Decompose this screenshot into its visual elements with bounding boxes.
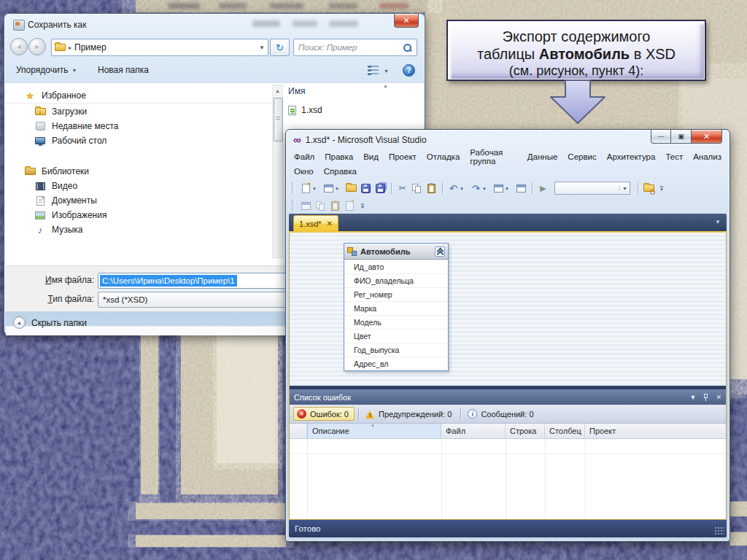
add-item-button[interactable]: ▼ — [322, 182, 335, 195]
column-header-category[interactable] — [290, 424, 307, 438]
collapse-button[interactable] — [435, 246, 445, 257]
tab-1xsd[interactable]: 1.xsd* ✕ — [293, 215, 338, 231]
menu-view[interactable]: Вид — [358, 151, 384, 163]
menu-analyze[interactable]: Анализ — [688, 151, 727, 163]
copy-button[interactable] — [411, 182, 423, 195]
entity-field[interactable]: Адрес_вл — [344, 357, 448, 370]
file-item-1xsd[interactable]: 1.xsd — [288, 105, 322, 115]
menu-help[interactable]: Справка — [319, 166, 362, 177]
sidebar-item-downloads[interactable]: ↓ Загрузки — [34, 105, 87, 118]
entity-field[interactable]: Рег_номер — [344, 287, 448, 301]
solution-configurations-combobox[interactable]: ▼ — [554, 182, 630, 195]
save-as-title-bar[interactable]: Сохранить как ✕ — [4, 14, 425, 36]
start-debug-button[interactable]: ▶ — [537, 182, 549, 195]
entity-field[interactable]: Год_выпуска — [344, 343, 448, 357]
sidebar-item-pictures[interactable]: Изображения — [34, 209, 107, 222]
close-panel-icon[interactable]: ✕ — [716, 394, 721, 401]
sidebar-item-music[interactable]: ♪ Музыка — [34, 223, 82, 236]
callout-box: Экспорт содержимого таблицы Автомобиль в… — [446, 20, 706, 81]
navigate-backward-button[interactable]: ▼ — [492, 182, 505, 195]
column-header-project[interactable]: Проект — [585, 424, 726, 438]
menu-edit[interactable]: Правка — [320, 151, 358, 163]
menu-tools[interactable]: Сервис — [562, 151, 601, 163]
tab-close-icon[interactable]: ✕ — [327, 219, 333, 228]
warnings-filter-button[interactable]: Предупреждений: 0 — [363, 408, 457, 420]
entity-field[interactable]: Цвет — [344, 329, 448, 343]
menu-data[interactable]: Данные — [522, 151, 563, 163]
address-dropdown-icon[interactable]: ▼ — [259, 44, 265, 51]
forward-button[interactable]: ► — [28, 38, 46, 55]
column-header-name[interactable]: Имя — [288, 86, 305, 96]
sidebar-item-libraries[interactable]: Библиотеки — [24, 165, 89, 178]
save-all-button[interactable] — [374, 182, 387, 195]
save-button[interactable] — [360, 182, 372, 195]
menu-test[interactable]: Тест — [660, 151, 688, 163]
breadcrumb-arrow-icon[interactable]: ▸ — [69, 44, 71, 51]
close-button[interactable]: ✕ — [394, 14, 419, 28]
back-button[interactable]: ◄ — [10, 38, 28, 55]
toolbar-overflow-icon[interactable]: ▪▪▼ — [360, 203, 365, 209]
entity-header[interactable]: Автомобиль — [344, 244, 448, 260]
maximize-button[interactable]: ▣ — [671, 130, 692, 144]
organize-button[interactable]: Упорядочить▼ — [16, 65, 77, 75]
pin-icon[interactable] — [703, 393, 709, 402]
sidebar-item-recent-places[interactable]: Недавние места — [34, 120, 118, 133]
scroll-up-icon[interactable]: ▲ — [273, 85, 282, 96]
content-model-view-button[interactable] — [314, 200, 327, 212]
toolbar-overflow-icon[interactable]: ▪▪▼ — [659, 185, 664, 191]
tab-list-dropdown-icon[interactable]: ▼ — [715, 219, 721, 225]
vs-toolbar-secondary: ▪▪▼ — [289, 198, 727, 214]
sidebar-scrollbar[interactable]: ▲ — [272, 85, 283, 258]
find-in-files-button[interactable] — [643, 182, 655, 195]
search-box[interactable]: Поиск: Пример — [293, 39, 417, 56]
entity-field[interactable]: ФИО_владельца — [344, 273, 448, 287]
window-position-dropdown-icon[interactable]: ▼ — [690, 394, 697, 401]
cut-button[interactable]: ✂ — [396, 182, 409, 195]
views-icon[interactable] — [368, 66, 379, 75]
sidebar-item-documents[interactable]: Документы — [34, 194, 97, 207]
open-file-button[interactable] — [345, 182, 357, 195]
resize-grip[interactable] — [714, 526, 724, 535]
close-button[interactable]: ✕ — [692, 130, 722, 144]
vs-title-bar[interactable]: ∞ 1.xsd* - Microsoft Visual Studio — ▣ ✕ — [289, 130, 727, 149]
delete-button[interactable] — [344, 200, 356, 212]
menu-window[interactable]: Окно — [289, 166, 319, 177]
menu-team[interactable]: Рабочая группа — [465, 147, 522, 167]
entity-field[interactable]: Модель — [344, 315, 448, 329]
redo-button[interactable]: ↷▼ — [470, 182, 482, 195]
sidebar-item-favorites[interactable]: ★ Избранное — [24, 89, 86, 102]
sidebar-item-video[interactable]: Видео — [34, 179, 77, 192]
menu-project[interactable]: Проект — [384, 151, 422, 163]
sidebar-item-desktop[interactable]: Рабочий стол — [34, 134, 107, 147]
graph-view-button[interactable] — [329, 200, 341, 212]
minimize-button[interactable]: — — [651, 130, 671, 144]
column-header-file[interactable]: Файл — [441, 424, 506, 438]
entity-field[interactable]: Ид_авто — [344, 260, 448, 273]
scrollbar-thumb[interactable] — [274, 98, 283, 141]
hide-folders-button[interactable]: ▲ Скрыть папки — [13, 316, 87, 329]
entity-field[interactable]: Марка — [344, 301, 448, 315]
column-header-description[interactable]: Описание▼ — [307, 424, 441, 438]
entity-box-avtomobil[interactable]: Автомобиль Ид_авто ФИО_владельца Рег_ном… — [344, 243, 449, 371]
toolbar-grip[interactable] — [292, 200, 295, 211]
menu-architecture[interactable]: Архитектура — [602, 151, 661, 163]
breadcrumb[interactable]: Пример — [74, 42, 107, 52]
new-folder-button[interactable]: Новая папка — [98, 65, 149, 75]
refresh-button[interactable]: ↻ — [270, 39, 290, 56]
schema-view-button[interactable] — [300, 200, 312, 212]
address-bar[interactable]: ▸ Пример ▼ — [51, 39, 268, 56]
toolbar-grip[interactable] — [292, 182, 295, 194]
column-header-column[interactable]: Столбец — [545, 424, 585, 438]
messages-filter-button[interactable]: i Сообщений: 0 — [465, 408, 538, 420]
column-header-line[interactable]: Строка — [506, 424, 545, 438]
menu-file[interactable]: Файл — [289, 151, 320, 163]
navigate-forward-button[interactable] — [515, 182, 527, 195]
errors-filter-button[interactable]: ✕ Ошибок: 0 — [293, 407, 355, 421]
menu-debug[interactable]: Отладка — [422, 151, 465, 163]
views-dropdown-icon[interactable]: ▼ — [384, 69, 389, 74]
undo-button[interactable]: ↶▼ — [447, 182, 460, 195]
error-list-title-bar[interactable]: Список ошибок ▼ ✕ — [290, 389, 726, 405]
help-button[interactable]: ? — [403, 64, 415, 77]
paste-button[interactable] — [425, 182, 438, 195]
new-item-button[interactable]: ▼ — [300, 182, 312, 195]
